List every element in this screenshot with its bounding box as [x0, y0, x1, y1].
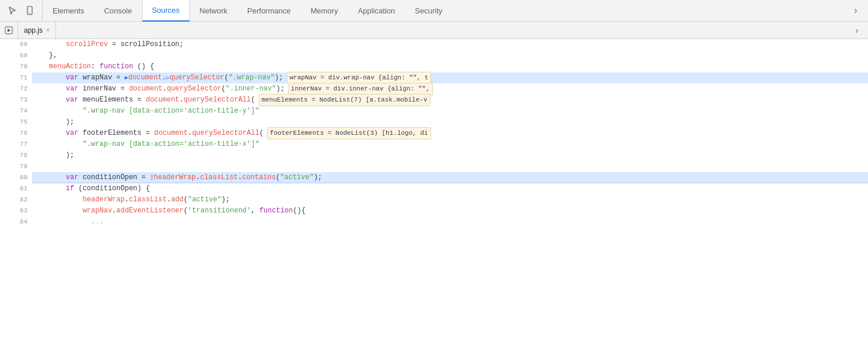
file-bar-right: ›: [849, 23, 868, 38]
tooltip-73: menuElements = NodeList(7) [a.task.mobil…: [259, 94, 430, 106]
cursor-icon[interactable]: [5, 3, 20, 18]
code-line-75: );: [32, 117, 868, 128]
tab-elements[interactable]: Elements: [43, 0, 94, 22]
tab-application[interactable]: Application: [348, 0, 405, 22]
code-line-83: wrapNav.addEventListener('transitionend'…: [32, 205, 868, 217]
code-line-74: ".wrap-nav [data-action='action-title-y'…: [32, 106, 868, 117]
file-bar-left: [0, 22, 18, 39]
code-line-68: scrollPrev = scrollPosition;: [32, 39, 868, 50]
tab-security[interactable]: Security: [405, 0, 452, 22]
more-tabs-icon[interactable]: ›: [848, 3, 863, 18]
svg-marker-3: [8, 29, 11, 32]
code-line-71: var wrapNav = ▶document.▷querySelector("…: [32, 72, 868, 83]
code-line-76: var footerElements = document.querySelec…: [32, 128, 868, 139]
code-content: scrollPrev = scrollPosition; }, menuActi…: [32, 39, 868, 342]
code-line-70: menuAction: function () {: [32, 61, 868, 72]
code-line-84: ...: [32, 217, 868, 228]
file-tab-appjs[interactable]: app.js ×: [18, 22, 56, 39]
file-close-button[interactable]: ×: [46, 27, 50, 33]
code-line-77: ".wrap-nav [data-action='action-title-x'…: [32, 139, 868, 150]
tooltip-71: wrapNav = div.wrap-nav {align: "", t: [287, 72, 432, 84]
file-bar: app.js × ›: [0, 22, 868, 39]
tab-sources[interactable]: Sources: [142, 0, 190, 22]
code-line-80: var conditionOpen = |headerWrap.classLis…: [32, 172, 868, 183]
code-line-79: [32, 161, 868, 172]
tab-memory[interactable]: Memory: [301, 0, 348, 22]
code-line-78: );: [32, 150, 868, 161]
tab-bar-tools: [0, 0, 43, 21]
tab-console[interactable]: Console: [94, 0, 142, 22]
play-icon: [4, 25, 14, 36]
expand-icon[interactable]: ›: [849, 23, 864, 38]
file-name: app.js: [24, 26, 43, 34]
code-line-69: },: [32, 50, 868, 61]
line-numbers: 68 69 70 71 72 73 74 75 76 77 78 79 80 8…: [0, 39, 32, 342]
code-line-82: headerWrap.classList.add("active");: [32, 194, 868, 205]
tooltip-72: innerNav = div.inner-nav {align: "",: [288, 83, 433, 95]
tab-performance[interactable]: Performance: [237, 0, 300, 22]
code-editor[interactable]: 68 69 70 71 72 73 74 75 76 77 78 79 80 8…: [0, 39, 868, 342]
code-line-81: if (conditionOpen) {: [32, 183, 868, 194]
tab-bar-right: ›: [848, 0, 868, 21]
code-line-72: var innerNav = document.querySelector(".…: [32, 83, 868, 95]
code-line-73: var menuElements = document.querySelecto…: [32, 95, 868, 106]
tooltip-76: footerElements = NodeList(3) [h1.logo, d…: [267, 127, 431, 139]
svg-point-1: [29, 13, 30, 14]
devtools-tab-bar: Elements Console Sources Network Perform…: [0, 0, 868, 22]
tab-network[interactable]: Network: [190, 0, 238, 22]
mobile-icon[interactable]: [22, 3, 37, 18]
